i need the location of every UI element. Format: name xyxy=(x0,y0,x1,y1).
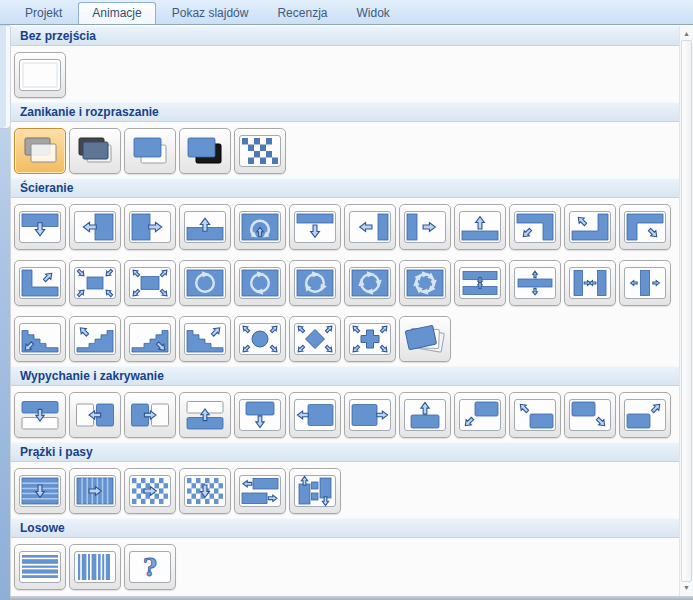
transition-icon-checker-dissolve[interactable] xyxy=(234,128,286,174)
section-header-losowe: Losowe xyxy=(11,518,679,538)
transition-icon-shape-plus[interactable] xyxy=(344,316,396,362)
transition-icon-dissolve-dark[interactable] xyxy=(179,128,231,174)
transition-icon-strips-right-up[interactable] xyxy=(179,316,231,362)
transition-icon-wheel-8[interactable] xyxy=(399,260,451,306)
transition-icon-push-up[interactable] xyxy=(179,392,231,438)
uncover-down-glyph xyxy=(293,210,337,244)
transition-icon-wheel-4[interactable] xyxy=(344,260,396,306)
scrollbar-down-icon[interactable]: ▼ xyxy=(680,583,693,593)
transition-icon-wheel-2[interactable] xyxy=(234,260,286,306)
tab-recenzja[interactable]: Recenzja xyxy=(264,2,340,24)
section-wypychanie-i-zakrywanie: Wypychanie i zakrywanie xyxy=(11,366,679,442)
push-left-glyph xyxy=(73,398,117,432)
transition-icon-strips-right-down[interactable] xyxy=(124,316,176,362)
section-header-prazki-i-pasy: Prążki i pasy xyxy=(11,442,679,462)
transition-icon-cover-left[interactable] xyxy=(289,392,341,438)
icon-row xyxy=(11,462,679,518)
transition-icon-push-down[interactable] xyxy=(14,392,66,438)
transition-icon-wipe-left[interactable] xyxy=(69,204,121,250)
transition-icon-split-v-in[interactable] xyxy=(564,260,616,306)
transition-icon-uncover-down[interactable] xyxy=(289,204,341,250)
scrollbar-up-icon[interactable]: ▲ xyxy=(680,29,693,39)
fade-black-glyph xyxy=(73,134,117,168)
transition-icon-blinds-h[interactable] xyxy=(14,468,66,514)
uncover-left-down-glyph xyxy=(513,210,557,244)
transition-icon-random[interactable]: ? xyxy=(124,544,176,590)
wheel-8-glyph xyxy=(403,266,447,300)
transition-icon-cover-right-up[interactable] xyxy=(619,392,671,438)
transition-icon-wipe-down[interactable] xyxy=(14,204,66,250)
transition-icon-uncover-left-up[interactable] xyxy=(564,204,616,250)
transition-icon-fade-smooth[interactable] xyxy=(14,128,66,174)
transition-icon-shape-circle[interactable] xyxy=(234,316,286,362)
wheel-3-glyph xyxy=(293,266,337,300)
transition-icon-uncover-right-up[interactable] xyxy=(14,260,66,306)
transition-icon-cover-left-down[interactable] xyxy=(454,392,506,438)
newsflash-glyph xyxy=(403,322,447,356)
split-h-in-glyph xyxy=(458,266,502,300)
cover-right-glyph xyxy=(348,398,392,432)
transition-icon-split-h-in[interactable] xyxy=(454,260,506,306)
transition-icon-uncover-right[interactable] xyxy=(399,204,451,250)
transition-icon-push-left[interactable] xyxy=(69,392,121,438)
transition-icon-random-bars-v[interactable] xyxy=(69,544,121,590)
cover-right-up-glyph xyxy=(623,398,667,432)
transition-icon-strips-left-up[interactable] xyxy=(69,316,121,362)
transition-icon-split-v-out[interactable] xyxy=(619,260,671,306)
transition-icon-cover-right[interactable] xyxy=(344,392,396,438)
transition-icon-random-bars-h[interactable] xyxy=(14,544,66,590)
dissolve-dark-glyph xyxy=(183,134,227,168)
transition-icon-newsflash[interactable] xyxy=(399,316,451,362)
cover-left-down-glyph xyxy=(458,398,502,432)
box-in-glyph xyxy=(73,266,117,300)
section-bez-przejscia: Bez przejścia xyxy=(11,26,679,102)
transition-icon-blinds-v[interactable] xyxy=(69,468,121,514)
transition-icon-comb-h[interactable] xyxy=(234,468,286,514)
transition-icon-comb-v[interactable] xyxy=(289,468,341,514)
transition-icon-wedge[interactable] xyxy=(234,204,286,250)
transition-icon-push-right[interactable] xyxy=(124,392,176,438)
tab-pokaz-slajdow[interactable]: Pokaz slajdów xyxy=(159,2,262,24)
transition-icon-cover-down[interactable] xyxy=(234,392,286,438)
transition-icon-box-out[interactable] xyxy=(124,260,176,306)
transition-icon-box-in[interactable] xyxy=(69,260,121,306)
transition-icon-dissolve[interactable] xyxy=(124,128,176,174)
uncover-up-glyph xyxy=(458,210,502,244)
transition-icon-checker-right[interactable] xyxy=(124,468,176,514)
transition-icon-uncover-left-down[interactable] xyxy=(509,204,561,250)
strips-left-down-glyph xyxy=(18,322,62,356)
scrollbar-thumb[interactable] xyxy=(681,40,692,582)
tab-widok[interactable]: Widok xyxy=(343,2,402,24)
gallery-scrollbar[interactable]: ▲ ▼ xyxy=(679,26,693,596)
transition-icon-cover-left-up[interactable] xyxy=(509,392,561,438)
icon-row xyxy=(11,46,679,102)
transition-icon-fade-black[interactable] xyxy=(69,128,121,174)
transition-icon-split-h-out[interactable] xyxy=(509,260,561,306)
transition-icon-uncover-left[interactable] xyxy=(344,204,396,250)
transition-icon-wipe-up[interactable] xyxy=(179,204,231,250)
transition-icon-wipe-right[interactable] xyxy=(124,204,176,250)
tab-projekt[interactable]: Projekt xyxy=(12,2,75,24)
transition-icon-cover-right-down[interactable] xyxy=(564,392,616,438)
transition-icon-checker-down[interactable] xyxy=(179,468,231,514)
transition-icon-cover-up[interactable] xyxy=(399,392,451,438)
tab-animacje[interactable]: Animacje xyxy=(78,2,155,24)
section-zanikanie-i-rozpraszanie: Zanikanie i rozpraszanie xyxy=(11,102,679,178)
transition-icon-uncover-up[interactable] xyxy=(454,204,506,250)
section-header-scieranie: Ścieranie xyxy=(11,178,679,198)
transition-icon-blank[interactable] xyxy=(14,52,66,98)
transition-icon-uncover-right-down[interactable] xyxy=(619,204,671,250)
transition-icon-strips-left-down[interactable] xyxy=(14,316,66,362)
transition-icon-wheel-3[interactable] xyxy=(289,260,341,306)
push-right-glyph xyxy=(128,398,172,432)
cover-up-glyph xyxy=(403,398,447,432)
transition-icon-wheel-1[interactable] xyxy=(179,260,231,306)
checker-down-glyph xyxy=(183,474,227,508)
cover-right-down-glyph xyxy=(568,398,612,432)
random-glyph: ? xyxy=(128,550,172,584)
wheel-1-glyph xyxy=(183,266,227,300)
transition-icon-shape-diamond[interactable] xyxy=(289,316,341,362)
blinds-v-glyph xyxy=(73,474,117,508)
section-scieranie: Ścieranie xyxy=(11,178,679,366)
slide-panel-edge xyxy=(0,26,10,129)
